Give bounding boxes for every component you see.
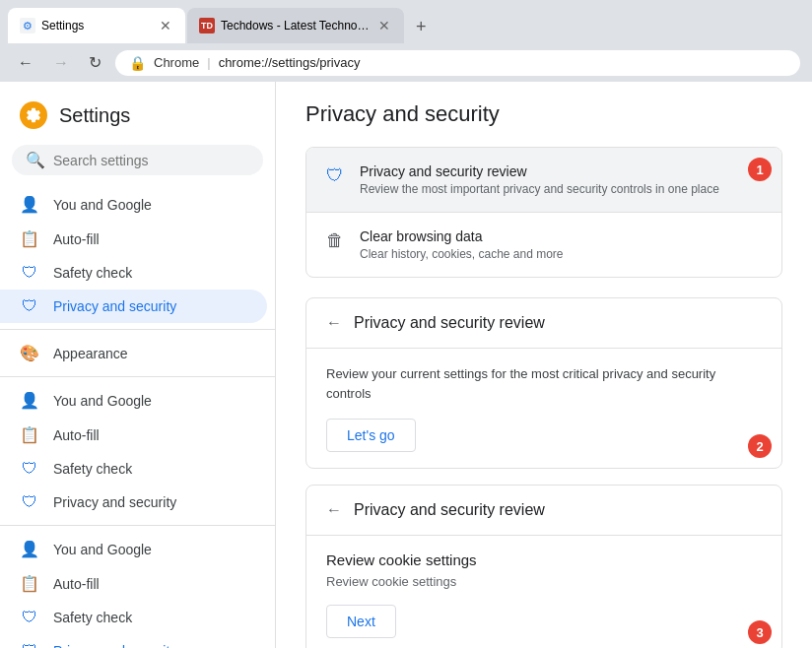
auto-fill-label-3: Auto-fill: [53, 576, 100, 592]
sidebar-item-auto-fill-1[interactable]: 📋 Auto-fill: [0, 222, 275, 256]
trash-icon: 🗑: [326, 230, 344, 250]
safety-icon-3: 🛡: [20, 609, 39, 626]
review-panel-1-body: Review your current settings for the mos…: [306, 349, 781, 468]
divider-3: [0, 525, 275, 526]
safety-icon-1: 🛡: [20, 264, 39, 282]
settings-container: Settings 🔍 👤 You and Google 📋 Auto-fill …: [0, 82, 812, 648]
search-bar[interactable]: 🔍: [12, 145, 263, 175]
sidebar-item-auto-fill-3[interactable]: 📋 Auto-fill: [0, 566, 275, 601]
nav-bar: ← → ↻ 🔒 Chrome | chrome://settings/priva…: [0, 43, 812, 82]
sidebar-item-you-and-google-3[interactable]: 👤 You and Google: [0, 532, 275, 566]
autofill-icon-3: 📋: [20, 574, 39, 593]
badge-2: 2: [748, 434, 772, 458]
safety-icon-2: 🛡: [20, 460, 39, 478]
settings-favicon: ⚙: [20, 18, 35, 33]
techdows-favicon: TD: [199, 18, 215, 33]
trash-icon-container: 🗑: [326, 230, 344, 251]
privacy-review-shield-icon: 🛡: [326, 165, 344, 185]
privacy-review-icon-container: 🛡: [326, 165, 344, 186]
sidebar-item-safety-check-1[interactable]: 🛡 Safety check: [0, 256, 275, 290]
you-and-google-label-2: You and Google: [53, 393, 152, 409]
review-panel-1: ← Privacy and security review Review you…: [305, 297, 782, 469]
review-panel-1-description: Review your current settings for the mos…: [326, 364, 762, 403]
privacy-review-title: Privacy and security review: [360, 163, 762, 179]
address-separator: |: [207, 55, 210, 70]
settings-tab-close[interactable]: ✕: [158, 16, 173, 35]
cookie-panel-header: ← Privacy and security review: [306, 486, 781, 536]
tab-settings[interactable]: ⚙ Settings ✕: [8, 8, 185, 43]
search-icon: 🔍: [26, 151, 45, 169]
cookie-panel-back-icon[interactable]: ←: [326, 501, 342, 519]
settings-tab-title: Settings: [41, 19, 152, 32]
divider-2: [0, 376, 275, 377]
privacy-security-card: 🛡 Privacy and security review Review the…: [305, 147, 782, 278]
sidebar-item-privacy-security-2[interactable]: 🛡 Privacy and security: [0, 486, 275, 519]
privacy-icon-1: 🛡: [20, 297, 39, 315]
sidebar-item-appearance-1[interactable]: 🎨 Appearance: [0, 336, 275, 370]
clear-browsing-content: Clear browsing data Clear history, cooki…: [360, 228, 762, 261]
sidebar: Settings 🔍 👤 You and Google 📋 Auto-fill …: [0, 82, 276, 648]
auto-fill-label-2: Auto-fill: [53, 427, 100, 443]
settings-logo: [20, 101, 47, 129]
privacy-review-content: Privacy and security review Review the m…: [360, 163, 762, 196]
next-button[interactable]: Next: [326, 605, 396, 638]
badge-3: 3: [748, 620, 772, 644]
forward-button[interactable]: →: [47, 50, 75, 76]
sidebar-header: Settings: [0, 92, 275, 145]
sidebar-item-privacy-security-1[interactable]: 🛡 Privacy and security: [0, 290, 267, 323]
safety-check-label-3: Safety check: [53, 610, 132, 625]
sidebar-item-you-and-google-2[interactable]: 👤 You and Google: [0, 383, 275, 418]
cookie-section-title: Review cookie settings: [326, 551, 762, 568]
person-icon-2: 👤: [20, 391, 39, 410]
refresh-button[interactable]: ↻: [83, 49, 107, 76]
you-and-google-label-1: You and Google: [53, 197, 152, 213]
you-and-google-label-3: You and Google: [53, 542, 152, 557]
main-content: Privacy and security 🛡 Privacy and secur…: [276, 82, 812, 648]
sidebar-item-auto-fill-2[interactable]: 📋 Auto-fill: [0, 418, 275, 452]
privacy-review-item[interactable]: 🛡 Privacy and security review Review the…: [306, 148, 781, 212]
cookie-section-subtitle: Review cookie settings: [326, 574, 762, 589]
page-title: Privacy and security: [305, 101, 782, 127]
secure-icon: 🔒: [129, 55, 146, 71]
lets-go-button[interactable]: Let's go: [326, 419, 416, 452]
privacy-security-label-1: Privacy and security: [53, 298, 176, 314]
privacy-security-label-2: Privacy and security: [53, 494, 176, 510]
appearance-label-1: Appearance: [53, 346, 128, 361]
sidebar-item-privacy-security-3[interactable]: 🛡 Privacy and security: [0, 634, 275, 648]
privacy-review-subtitle: Review the most important privacy and se…: [360, 182, 762, 196]
tab-techdows[interactable]: TD Techdows - Latest Technology Ne... ✕: [187, 8, 404, 43]
clear-browsing-title: Clear browsing data: [360, 228, 762, 244]
sidebar-item-you-and-google-1[interactable]: 👤 You and Google: [0, 187, 275, 222]
autofill-icon-1: 📋: [20, 229, 39, 248]
cookie-panel-body: Review cookie settings Review cookie set…: [306, 536, 781, 648]
address-brand: Chrome: [154, 55, 199, 70]
safety-check-label-2: Safety check: [53, 461, 132, 477]
techdows-tab-close[interactable]: ✕: [376, 16, 392, 35]
cookie-panel: ← Privacy and security review Review coo…: [305, 485, 782, 648]
search-input[interactable]: [53, 153, 249, 168]
tab-bar: ⚙ Settings ✕ TD Techdows - Latest Techno…: [0, 0, 812, 43]
techdows-tab-title: Techdows - Latest Technology Ne...: [221, 19, 371, 32]
address-url: chrome://settings/privacy: [219, 55, 361, 70]
badge-1: 1: [748, 158, 772, 181]
appearance-icon-1: 🎨: [20, 344, 39, 362]
review-panel-1-title: Privacy and security review: [354, 314, 545, 332]
address-bar[interactable]: 🔒 Chrome | chrome://settings/privacy: [115, 50, 800, 76]
review-panel-1-back-icon[interactable]: ←: [326, 314, 342, 332]
settings-page-title: Settings: [59, 104, 130, 127]
review-panel-1-header: ← Privacy and security review: [306, 298, 781, 349]
person-icon-1: 👤: [20, 195, 39, 214]
clear-browsing-item[interactable]: 🗑 Clear browsing data Clear history, coo…: [306, 212, 781, 277]
safety-check-label-1: Safety check: [53, 265, 132, 281]
clear-browsing-subtitle: Clear history, cookies, cache and more: [360, 247, 762, 261]
browser-window: ⚙ Settings ✕ TD Techdows - Latest Techno…: [0, 0, 812, 648]
person-icon-3: 👤: [20, 540, 39, 558]
privacy-security-label-3: Privacy and security: [53, 643, 176, 648]
sidebar-item-safety-check-3[interactable]: 🛡 Safety check: [0, 601, 275, 634]
sidebar-item-safety-check-2[interactable]: 🛡 Safety check: [0, 452, 275, 486]
divider-1: [0, 329, 275, 330]
privacy-icon-3: 🛡: [20, 642, 39, 648]
auto-fill-label-1: Auto-fill: [53, 231, 100, 247]
new-tab-button[interactable]: +: [406, 11, 437, 43]
back-button[interactable]: ←: [12, 50, 39, 76]
